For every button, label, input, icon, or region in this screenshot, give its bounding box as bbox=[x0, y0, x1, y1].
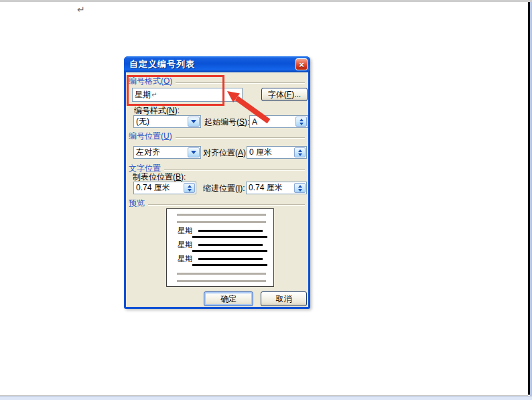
number-position-caption-text: 编号位置(U) bbox=[129, 131, 172, 141]
chevron-down-icon[interactable] bbox=[188, 117, 200, 127]
paragraph-mark: ↵ bbox=[77, 4, 85, 15]
group-separator bbox=[164, 170, 305, 170]
group-number-format-caption: 编号格式(O) bbox=[129, 76, 305, 86]
group-number-position-caption: 编号位置(U) bbox=[129, 131, 305, 141]
spinner-arrows-icon[interactable] bbox=[294, 183, 306, 193]
horizontal-scrollbar[interactable] bbox=[0, 396, 532, 400]
start-number-value: A bbox=[250, 117, 295, 127]
preview-item-text: 星期 bbox=[178, 226, 192, 235]
number-format-caption-text: 编号格式(O) bbox=[129, 76, 172, 86]
indent-position-spinner[interactable]: 0.74 厘米 bbox=[246, 182, 307, 194]
align-position-spinner[interactable]: 0 厘米 bbox=[247, 146, 307, 159]
group-separator bbox=[176, 137, 305, 138]
cancel-button[interactable]: 取消 bbox=[261, 291, 307, 306]
number-style-label: 编号样式(N): bbox=[134, 106, 180, 115]
preview-gray-line bbox=[177, 280, 266, 282]
screenshot-root: ↵ 自定义编号列表 × 编号格式(O) 星期 ↵ 字体(F)... 编号样式(N… bbox=[0, 0, 532, 400]
group-preview-caption: 预览 bbox=[129, 198, 305, 208]
close-icon: × bbox=[299, 60, 304, 69]
group-separator bbox=[176, 82, 305, 83]
preview-gray-line bbox=[177, 221, 266, 223]
number-format-value: 星期 bbox=[135, 89, 151, 101]
spinner-arrows-icon[interactable] bbox=[294, 147, 306, 157]
preview-caption-text: 预览 bbox=[129, 198, 145, 208]
return-mark-icon: ↵ bbox=[151, 91, 157, 98]
spinner-arrows-icon[interactable] bbox=[184, 183, 195, 193]
start-number-spinner[interactable]: A bbox=[249, 115, 308, 128]
preview-item-line bbox=[192, 236, 267, 238]
indent-position-value: 0.74 厘米 bbox=[247, 182, 293, 194]
align-position-label: 对齐位置(A): bbox=[203, 148, 248, 157]
group-separator bbox=[148, 204, 305, 205]
start-number-label: 起始编号(S): bbox=[204, 117, 249, 127]
close-button[interactable]: × bbox=[295, 58, 308, 70]
preview-item-text: 星期 bbox=[178, 255, 192, 263]
chevron-down-icon[interactable] bbox=[188, 147, 200, 157]
alignment-select[interactable]: 左对齐 bbox=[133, 146, 201, 159]
alignment-value: 左对齐 bbox=[134, 147, 187, 158]
dialog-titlebar[interactable]: 自定义编号列表 × bbox=[124, 56, 310, 72]
number-style-value: (无) bbox=[134, 116, 187, 127]
indent-position-label: 缩进位置(I): bbox=[203, 184, 245, 193]
ok-button[interactable]: 确定 bbox=[204, 291, 253, 306]
font-button[interactable]: 字体(F)... bbox=[261, 88, 308, 101]
text-position-caption-text: 文字位置 bbox=[129, 163, 161, 173]
number-format-input[interactable]: 星期 ↵ bbox=[132, 88, 243, 102]
page-top-border bbox=[0, 0, 532, 2]
tab-position-label: 制表位位置(B): bbox=[133, 172, 186, 182]
group-text-position-caption: 文字位置 bbox=[129, 163, 305, 173]
preview-item-line bbox=[192, 264, 267, 266]
spinner-arrows-icon[interactable] bbox=[295, 117, 307, 127]
preview-item-line bbox=[192, 250, 267, 252]
preview-gray-line bbox=[177, 273, 266, 275]
preview-gray-line bbox=[177, 214, 266, 216]
dialog-title: 自定义编号列表 bbox=[124, 58, 195, 70]
preview-pane: 星期 星期 星期 bbox=[166, 208, 274, 287]
tab-position-spinner[interactable]: 0.74 厘米 bbox=[133, 182, 196, 194]
preview-item-line bbox=[198, 244, 263, 246]
preview-item-line bbox=[198, 230, 263, 232]
align-position-value: 0 厘米 bbox=[247, 147, 293, 158]
tab-position-value: 0.74 厘米 bbox=[134, 182, 183, 194]
preview-item-text: 星期 bbox=[178, 241, 192, 249]
font-button-label: 字体(F)... bbox=[268, 89, 301, 101]
preview-item-line bbox=[198, 258, 263, 260]
number-style-select[interactable]: (无) bbox=[133, 115, 201, 128]
customize-numbered-list-dialog: 自定义编号列表 × 编号格式(O) 星期 ↵ 字体(F)... 编号样式(N):… bbox=[124, 56, 310, 309]
